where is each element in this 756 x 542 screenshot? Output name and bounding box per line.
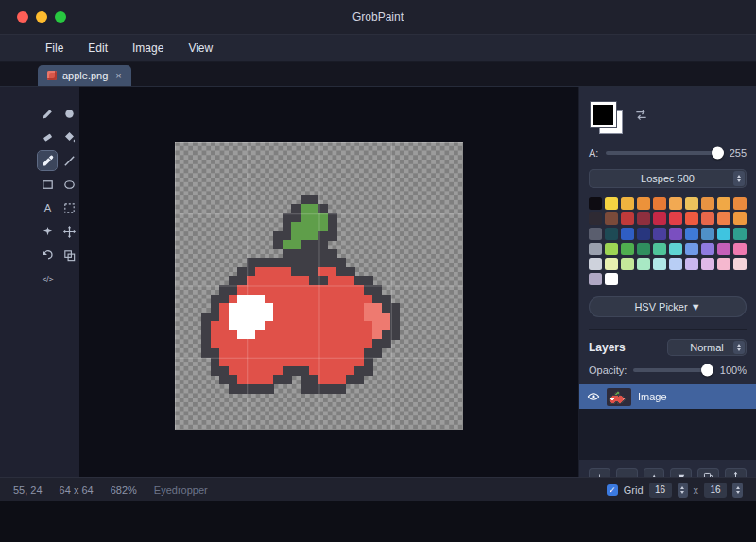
grid-height-stepper[interactable]: [732, 483, 743, 498]
grid-checkbox[interactable]: ✓: [607, 484, 618, 496]
palette-swatch[interactable]: [621, 212, 634, 225]
palette-swatch[interactable]: [589, 197, 602, 210]
rectangle-tool[interactable]: [38, 175, 57, 194]
palette-swatch[interactable]: [717, 197, 730, 210]
palette-swatch[interactable]: [621, 197, 634, 210]
layer-row-image[interactable]: Image: [579, 384, 756, 409]
alpha-slider[interactable]: [606, 151, 721, 155]
palette-swatch[interactable]: [637, 228, 650, 240]
palette-swatch[interactable]: [701, 258, 714, 270]
minimize-window-button[interactable]: [36, 11, 47, 23]
hsv-picker-button[interactable]: HSV Picker ▼: [589, 296, 747, 317]
palette-swatch[interactable]: [605, 258, 618, 270]
palette-swatch[interactable]: [717, 258, 730, 270]
blend-mode-dropdown[interactable]: Normal: [667, 339, 747, 356]
menu-file[interactable]: File: [45, 42, 63, 55]
palette-swatch[interactable]: [605, 228, 618, 240]
transform-tool[interactable]: [60, 246, 78, 264]
active-tool-name: Eyedropper: [154, 484, 208, 496]
palette-dropdown[interactable]: Lospec 500: [589, 169, 747, 188]
palette-swatch[interactable]: [637, 197, 650, 210]
palette-swatch[interactable]: [621, 258, 634, 270]
palette-swatch[interactable]: [717, 243, 730, 255]
palette-swatch[interactable]: [669, 228, 682, 240]
palette-swatch[interactable]: [717, 212, 730, 225]
palette-swatch[interactable]: [589, 258, 602, 270]
palette-swatch[interactable]: [685, 228, 698, 240]
palette-swatch[interactable]: [669, 197, 682, 210]
palette-swatch[interactable]: [701, 197, 714, 210]
wand-tool[interactable]: [38, 222, 57, 241]
palette-swatch[interactable]: [685, 197, 698, 210]
layer-visibility-eye-icon[interactable]: [587, 390, 600, 403]
palette-swatch[interactable]: [685, 212, 698, 225]
primary-color-swatch[interactable]: [591, 102, 616, 127]
palette-swatch[interactable]: [621, 228, 634, 240]
blend-mode-value: Normal: [690, 342, 723, 353]
palette-swatch[interactable]: [669, 258, 682, 270]
palette-swatch[interactable]: [605, 197, 618, 210]
eraser-tool[interactable]: [38, 127, 57, 146]
palette-swatch[interactable]: [653, 197, 666, 210]
layers-header: Layers Normal: [589, 329, 747, 356]
palette-swatch[interactable]: [733, 228, 747, 240]
palette-swatch[interactable]: [605, 273, 618, 285]
palette-swatch[interactable]: [669, 212, 682, 225]
palette-swatch[interactable]: [653, 243, 666, 255]
swap-colors-icon[interactable]: [634, 108, 648, 125]
palette-swatch[interactable]: [701, 228, 714, 240]
line-tool[interactable]: [60, 151, 78, 170]
palette-swatch[interactable]: [605, 243, 618, 255]
text-tool[interactable]: A: [38, 198, 57, 217]
drawing-canvas[interactable]: [175, 142, 463, 430]
grid-height-input[interactable]: 16: [704, 483, 727, 498]
palette-swatch[interactable]: [733, 197, 747, 210]
palette-swatch[interactable]: [717, 228, 730, 240]
palette-swatch[interactable]: [733, 258, 747, 270]
close-window-button[interactable]: [17, 11, 28, 23]
tab-close-icon[interactable]: ×: [115, 71, 121, 81]
undo-tool[interactable]: [38, 246, 57, 264]
opacity-slider-knob[interactable]: [701, 364, 713, 377]
menu-view[interactable]: View: [188, 42, 213, 55]
palette-swatch[interactable]: [589, 273, 602, 285]
window-footer: [0, 501, 756, 542]
palette-swatch[interactable]: [733, 243, 747, 255]
grid-width-input[interactable]: 16: [649, 483, 672, 498]
palette-swatch[interactable]: [589, 212, 602, 225]
maximize-window-button[interactable]: [55, 11, 66, 23]
move-tool[interactable]: [60, 222, 78, 241]
alpha-slider-knob[interactable]: [712, 147, 724, 160]
fill-tool[interactable]: [60, 127, 78, 146]
palette-swatch[interactable]: [637, 258, 650, 270]
palette-swatch[interactable]: [733, 212, 747, 225]
ellipse-tool[interactable]: [60, 175, 78, 194]
tool-bar: A</>: [0, 87, 79, 477]
palette-swatch[interactable]: [669, 243, 682, 255]
palette-swatch[interactable]: [637, 212, 650, 225]
status-bar: 55, 24 64 x 64 682% Eyedropper ✓ Grid 16…: [0, 477, 756, 501]
palette-swatch[interactable]: [685, 258, 698, 270]
opacity-slider[interactable]: [633, 368, 712, 372]
palette-swatch[interactable]: [653, 212, 666, 225]
brush-tool[interactable]: [60, 104, 78, 123]
palette-swatch[interactable]: [589, 228, 602, 240]
alpha-value: 255: [730, 147, 747, 159]
eyedropper-tool[interactable]: [38, 151, 57, 170]
palette-swatch[interactable]: [685, 243, 698, 255]
grid-width-stepper[interactable]: [678, 483, 688, 498]
palette-swatch[interactable]: [653, 228, 666, 240]
palette-swatch[interactable]: [605, 212, 618, 225]
menu-edit[interactable]: Edit: [88, 42, 108, 55]
palette-swatch[interactable]: [621, 243, 634, 255]
palette-swatch[interactable]: [637, 243, 650, 255]
palette-swatch[interactable]: [653, 258, 666, 270]
palette-swatch[interactable]: [701, 212, 714, 225]
palette-swatch[interactable]: [701, 243, 714, 255]
pencil-tool[interactable]: [38, 104, 57, 123]
palette-swatch[interactable]: [589, 243, 602, 255]
code-tool[interactable]: </>: [38, 269, 57, 288]
menu-image[interactable]: Image: [132, 42, 163, 55]
tab-apple-png[interactable]: apple.png ×: [38, 65, 131, 86]
select-tool[interactable]: [60, 198, 78, 217]
